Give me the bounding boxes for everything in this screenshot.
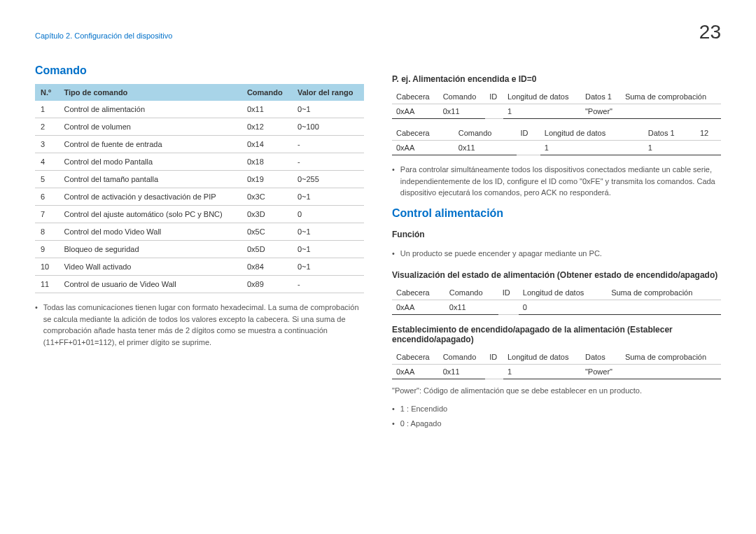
- proto-data-cell: "Power": [581, 365, 621, 379]
- table-cell: Control de usuario de Video Wall: [58, 276, 241, 293]
- table-cell: 0x19: [241, 171, 292, 188]
- proto-data-cell: 1: [503, 104, 581, 119]
- table-cell: 9: [35, 241, 58, 258]
- table-cell: 0~1: [292, 241, 364, 258]
- table-row: 5Control del tamaño pantalla0x190~255: [35, 171, 364, 188]
- proto-data-cell: 0x11: [439, 104, 486, 119]
- table-cell: Video Wall activado: [58, 258, 241, 276]
- proto-data-cell: 0x11: [454, 141, 517, 155]
- proto-data-cell: 0: [519, 300, 607, 315]
- proto-data-cell: [696, 141, 721, 155]
- proto-data-cell: [621, 104, 721, 119]
- table-cell: 0x12: [241, 118, 292, 136]
- table-cell: -: [292, 276, 364, 293]
- table-cell: 0~100: [292, 118, 364, 136]
- est-title: Establecimiento de encendido/apagado de …: [392, 325, 721, 344]
- table-cell: 0x84: [241, 258, 292, 276]
- proto-data-cell: 1: [644, 141, 696, 155]
- table-cell: Control del ajuste automático (solo PC y…: [58, 206, 241, 223]
- table-cell: 7: [35, 206, 58, 223]
- proto-data-cell: 0xAA: [392, 300, 445, 315]
- table-cell: 0x5C: [241, 223, 292, 241]
- proto-header-cell: Cabecera: [392, 90, 439, 104]
- table-row: 9Bloqueo de seguridad0x5D0~1: [35, 241, 364, 258]
- table-cell: Control del modo Video Wall: [58, 223, 241, 241]
- comando-title: Comando: [35, 64, 364, 77]
- table-cell: Control de fuente de entrada: [58, 136, 241, 153]
- table-cell: 0x14: [241, 136, 292, 153]
- proto-data-cell: 0xAA: [392, 365, 439, 379]
- proto-data-cell: 0xAA: [392, 104, 439, 119]
- page-number: 23: [699, 21, 721, 43]
- fe-note: Para controlar simultáneamente todos los…: [392, 162, 721, 200]
- col-rango: Valor del rango: [292, 84, 364, 101]
- breadcrumb: Capítulo 2. Configuración del dispositiv…: [35, 31, 172, 40]
- proto-header-cell: Longitud de datos: [540, 126, 644, 141]
- table-row: 11Control de usuario de Video Wall0x89-: [35, 276, 364, 293]
- protocol-table: CabeceraComandoIDLongitud de datosDatos …: [392, 126, 721, 155]
- table-cell: 0x3C: [241, 188, 292, 206]
- proto-data-cell: 0x11: [439, 365, 486, 379]
- table-cell: 4: [35, 153, 58, 171]
- proto-header-cell: ID: [485, 90, 503, 104]
- table-cell: 10: [35, 258, 58, 276]
- table-row: 3Control de fuente de entrada0x14-: [35, 136, 364, 153]
- proto-header-cell: Longitud de datos: [503, 350, 581, 365]
- table-cell: Control de activación y desactivación de…: [58, 188, 241, 206]
- col-cmd: Comando: [241, 84, 292, 101]
- table-cell: 3: [35, 136, 58, 153]
- table-cell: 0x18: [241, 153, 292, 171]
- table-row: 7Control del ajuste automático (solo PC …: [35, 206, 364, 223]
- table-cell: 2: [35, 118, 58, 136]
- table-cell: 0~1: [292, 223, 364, 241]
- table-row: 8Control del modo Video Wall0x5C0~1: [35, 223, 364, 241]
- table-cell: Bloqueo de seguridad: [58, 241, 241, 258]
- right-column: P. ej. Alimentación encendida e ID=0 Cab…: [392, 64, 721, 437]
- proto-header-cell: ID: [485, 350, 503, 365]
- table-cell: 5: [35, 171, 58, 188]
- table-cell: 0: [292, 206, 364, 223]
- proto-header-cell: Suma de comprobación: [621, 350, 721, 365]
- proto-header-cell: Datos 1: [644, 126, 696, 141]
- proto-data-cell: 1: [503, 365, 581, 379]
- proto-header-cell: Comando: [439, 90, 486, 104]
- proto-data-cell: 1: [540, 141, 644, 155]
- table-cell: -: [292, 153, 364, 171]
- power-code-note: "Power": Código de alimentación que se d…: [392, 386, 721, 395]
- proto-header-cell: Cabecera: [392, 350, 439, 365]
- protocol-table: CabeceraComandoIDLongitud de datosDatosS…: [392, 350, 721, 379]
- funcion-note: Un producto se puede encender y apagar m…: [392, 246, 721, 261]
- hex-note: Todas las comunicaciones tienen lugar co…: [35, 300, 364, 349]
- proto-data-cell: [607, 300, 721, 315]
- proto-header-cell: Datos: [581, 350, 621, 365]
- proto-header-cell: Comando: [439, 350, 486, 365]
- table-cell: 0x11: [241, 101, 292, 118]
- proto-header-cell: Comando: [454, 126, 517, 141]
- table-row: 10Video Wall activado0x840~1: [35, 258, 364, 276]
- table-cell: 1: [35, 101, 58, 118]
- col-num: N.º: [35, 84, 58, 101]
- proto-header-cell: Cabecera: [392, 126, 454, 141]
- table-cell: 0x89: [241, 276, 292, 293]
- command-table: N.º Tipo de comando Comando Valor del ra…: [35, 84, 364, 293]
- encendido-note: 1 : Encendido: [392, 402, 721, 416]
- table-row: 4Control del modo Pantalla0x18-: [35, 153, 364, 171]
- proto-data-cell: 0x11: [445, 300, 498, 315]
- proto-data-cell: [498, 300, 519, 315]
- proto-data-cell: [485, 365, 503, 379]
- control-alim-title: Control alimentación: [392, 207, 721, 220]
- proto-header-cell: Comando: [445, 286, 498, 300]
- table-cell: 6: [35, 188, 58, 206]
- table-cell: Control de volumen: [58, 118, 241, 136]
- left-column: Comando N.º Tipo de comando Comando Valo…: [35, 64, 364, 437]
- table-cell: 0~1: [292, 101, 364, 118]
- table-cell: Control del tamaño pantalla: [58, 171, 241, 188]
- proto-data-cell: [517, 141, 540, 155]
- protocol-table: CabeceraComandoIDLongitud de datosSuma d…: [392, 286, 721, 315]
- table-row: 2Control de volumen0x120~100: [35, 118, 364, 136]
- protocol-table: CabeceraComandoIDLongitud de datosDatos …: [392, 90, 721, 119]
- table-cell: 8: [35, 223, 58, 241]
- table-cell: 11: [35, 276, 58, 293]
- proto-data-cell: [621, 365, 721, 379]
- vis-title: Visualización del estado de alimentación…: [392, 270, 721, 280]
